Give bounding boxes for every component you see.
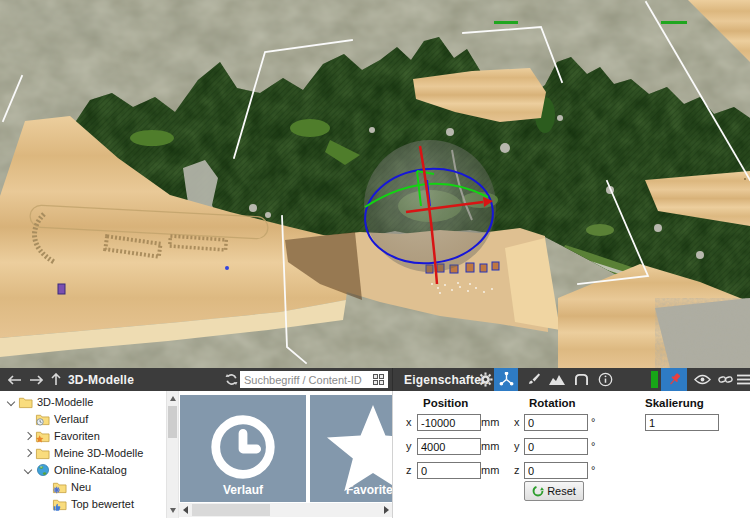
scroll-up-icon[interactable] (170, 396, 176, 401)
tree-item-top-bewertet[interactable]: Top bewertet (0, 495, 166, 512)
app-window: 3D-Modelle Eigenschaften (0, 0, 750, 518)
catalog-tiles-panel: Verlauf Favoriten (178, 391, 392, 518)
tree-item-label: 3D-Modelle (37, 396, 93, 408)
tree-item-label: Online-Katalog (54, 464, 127, 476)
tree-item-online-katalog[interactable]: Online-Katalog (0, 461, 166, 478)
forward-icon[interactable] (27, 368, 45, 391)
rotation-x-label: x (514, 416, 520, 428)
tree-item-favoriten[interactable]: Favoriten (0, 427, 166, 444)
back-icon[interactable] (6, 368, 24, 391)
tree-item-verlauf[interactable]: Verlauf (0, 410, 166, 427)
move-tool-active-indicator (494, 21, 518, 24)
position-header: Position (423, 397, 468, 409)
refresh-icon[interactable] (222, 368, 240, 391)
rotation-z-label: z (514, 464, 520, 476)
position-z-label: z (406, 464, 412, 476)
tree-item-meine-3d-modelle[interactable]: Meine 3D-Modelle (0, 444, 166, 461)
catalog-tree: 3D-Modelle Verlauf Favoriten (0, 391, 166, 518)
info-icon[interactable] (594, 368, 616, 391)
reset-icon (532, 485, 544, 497)
position-y-unit: mm (481, 440, 499, 452)
search-input[interactable] (240, 372, 373, 387)
tree-item-label: Favoriten (54, 430, 100, 442)
chevron-down-icon[interactable] (21, 467, 34, 473)
tree-item-label: Verlauf (54, 413, 88, 425)
tree-item-3d-modelle[interactable]: 3D-Modelle (0, 393, 166, 410)
chevron-down-icon[interactable] (4, 399, 17, 405)
rotation-x-input[interactable] (524, 414, 588, 431)
rotation-y-input[interactable] (524, 438, 588, 455)
folder-thumbs-up-icon (51, 497, 68, 511)
scale-header: Skalierung (645, 397, 704, 409)
scroll-left-icon[interactable] (183, 506, 188, 514)
menu-icon[interactable] (736, 368, 750, 391)
folder-new-icon (51, 480, 68, 494)
tile-verlauf[interactable]: Verlauf (180, 395, 306, 502)
search-box (240, 371, 388, 388)
pin-active-indicator (661, 21, 687, 24)
tree-item-neu[interactable]: Neu (0, 478, 166, 495)
up-icon[interactable] (48, 368, 64, 391)
chevron-right-icon[interactable] (21, 450, 34, 456)
chevron-right-icon[interactable] (21, 433, 34, 439)
catalog-panel-title: 3D-Modelle (68, 368, 158, 391)
scroll-right-icon[interactable] (384, 506, 389, 514)
tree-scrollbar[interactable] (166, 391, 178, 518)
globe-icon (34, 463, 51, 477)
toolbar-divider (392, 368, 393, 391)
rotation-z-unit: ° (591, 464, 595, 476)
position-y-input[interactable] (417, 438, 481, 455)
status-indicator-green (651, 371, 658, 388)
pin-button[interactable] (661, 368, 687, 391)
rotation-z-input[interactable] (524, 462, 588, 479)
position-x-label: x (406, 416, 412, 428)
visibility-eye-icon[interactable] (691, 368, 713, 391)
brush-tool-icon[interactable] (522, 368, 544, 391)
scroll-down-icon[interactable] (170, 508, 176, 513)
grid-view-icon[interactable] (373, 374, 385, 386)
position-z-unit: mm (481, 464, 499, 476)
rotation-y-label: y (514, 440, 520, 452)
clock-icon (204, 410, 282, 488)
main-toolbar: 3D-Modelle Eigenschaften (0, 368, 750, 391)
position-x-input[interactable] (417, 414, 481, 431)
tiles-scrollbar[interactable] (179, 503, 392, 517)
tile-label: Verlauf (180, 483, 306, 497)
tile-favoriten[interactable]: Favoriten (310, 395, 392, 502)
tile-label: Favoriten (310, 483, 392, 497)
tree-scrollbar-thumb[interactable] (168, 406, 177, 438)
tiles-scrollbar-thumb[interactable] (192, 504, 270, 516)
terrain-tool-icon[interactable] (546, 368, 568, 391)
properties-panel: Position Rotation Skalierung x mm y mm z… (392, 391, 750, 518)
position-x-unit: mm (481, 416, 499, 428)
rotation-header: Rotation (529, 397, 576, 409)
tunnel-tool-icon[interactable] (570, 368, 592, 391)
tree-item-label: Meine 3D-Modelle (54, 447, 143, 459)
rotation-x-unit: ° (591, 416, 595, 428)
folder-icon (17, 395, 34, 409)
rotation-y-unit: ° (591, 440, 595, 452)
tree-item-label: Top bewertet (71, 498, 134, 510)
position-y-label: y (406, 440, 412, 452)
link-icon[interactable] (715, 368, 735, 391)
gear-icon[interactable] (474, 368, 496, 391)
scale-input[interactable] (645, 414, 719, 431)
star-icon (325, 403, 392, 495)
folder-star-icon (34, 429, 51, 443)
reset-button[interactable]: Reset (524, 481, 584, 501)
position-z-input[interactable] (417, 462, 481, 479)
viewport-3d-scene[interactable] (0, 0, 750, 368)
folder-icon (34, 446, 51, 460)
reset-button-label: Reset (547, 485, 576, 497)
folder-history-icon (34, 412, 51, 426)
tree-item-label: Neu (71, 481, 91, 493)
move-tool-button[interactable] (494, 368, 518, 391)
